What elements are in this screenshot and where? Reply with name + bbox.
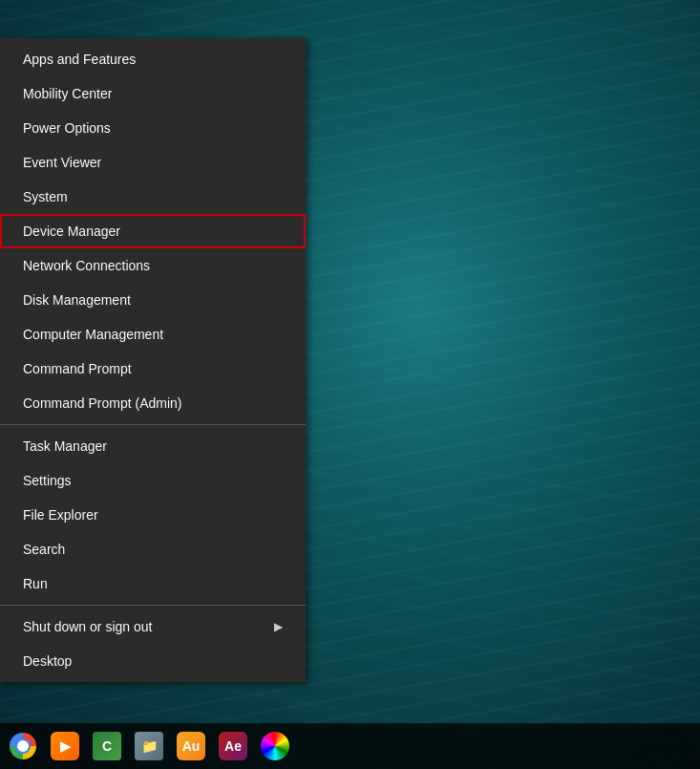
menu-item-system[interactable]: System	[0, 180, 306, 214]
after-effects-icon: Ae	[219, 732, 247, 760]
menu-item-label-run: Run	[23, 576, 48, 591]
menu-item-label-search: Search	[23, 542, 65, 557]
menu-item-label-command-prompt-admin: Command Prompt (Admin)	[23, 395, 182, 411]
premiere-rush-icon: ▶	[51, 732, 79, 760]
menu-item-label-settings: Settings	[23, 473, 72, 488]
menu-item-label-system: System	[23, 189, 68, 204]
chrome-icon	[10, 733, 36, 759]
menu-item-label-command-prompt: Command Prompt	[23, 361, 132, 376]
menu-item-label-power-options: Power Options	[23, 120, 111, 136]
menu-item-task-manager[interactable]: Task Manager	[0, 429, 306, 463]
paint-icon	[261, 732, 289, 760]
menu-item-device-manager[interactable]: Device Manager	[0, 214, 306, 248]
menu-divider	[0, 424, 306, 425]
menu-item-settings[interactable]: Settings	[0, 463, 306, 498]
taskbar-icon-audition[interactable]: Au	[172, 727, 210, 765]
menu-item-file-explorer[interactable]: File Explorer	[0, 498, 306, 532]
menu-item-power-options[interactable]: Power Options	[0, 111, 306, 145]
menu-item-apps-and-features[interactable]: Apps and Features	[0, 42, 306, 76]
menu-item-computer-management[interactable]: Computer Management	[0, 317, 306, 352]
taskbar: ▶C📁AuAe	[0, 723, 700, 769]
taskbar-icon-premiere-rush[interactable]: ▶	[46, 727, 84, 765]
menu-item-command-prompt-admin[interactable]: Command Prompt (Admin)	[0, 386, 306, 420]
menu-item-shut-down-sign-out[interactable]: Shut down or sign out▶	[0, 609, 306, 644]
menu-item-label-network-connections: Network Connections	[23, 258, 150, 273]
taskbar-icon-paint[interactable]	[256, 727, 294, 765]
taskbar-icon-camtasia[interactable]: C	[88, 727, 126, 765]
menu-item-label-task-manager: Task Manager	[23, 438, 107, 454]
menu-item-event-viewer[interactable]: Event Viewer	[0, 145, 306, 180]
menu-item-label-desktop: Desktop	[23, 653, 72, 669]
menu-item-run[interactable]: Run	[0, 566, 306, 601]
menu-item-label-disk-management: Disk Management	[23, 292, 131, 308]
taskbar-icon-after-effects[interactable]: Ae	[214, 727, 252, 765]
menu-item-label-shut-down-sign-out: Shut down or sign out	[23, 619, 152, 634]
menu-divider	[0, 605, 306, 606]
camtasia-icon: C	[93, 732, 121, 760]
menu-item-label-computer-management: Computer Management	[23, 327, 163, 342]
submenu-arrow-shut-down-sign-out: ▶	[274, 620, 283, 633]
menu-item-command-prompt[interactable]: Command Prompt	[0, 352, 306, 386]
menu-item-disk-management[interactable]: Disk Management	[0, 283, 306, 317]
file-explorer-icon: 📁	[135, 732, 163, 760]
menu-item-label-event-viewer: Event Viewer	[23, 155, 101, 170]
taskbar-icon-file-explorer[interactable]: 📁	[130, 727, 168, 765]
audition-icon: Au	[177, 732, 205, 760]
menu-item-search[interactable]: Search	[0, 532, 306, 566]
menu-item-label-mobility-center: Mobility Center	[23, 86, 112, 101]
menu-item-network-connections[interactable]: Network Connections	[0, 248, 306, 283]
menu-item-label-file-explorer: File Explorer	[23, 507, 98, 523]
taskbar-icon-chrome[interactable]	[4, 727, 42, 765]
menu-item-mobility-center[interactable]: Mobility Center	[0, 76, 306, 111]
menu-item-label-device-manager: Device Manager	[23, 224, 120, 239]
menu-item-desktop[interactable]: Desktop	[0, 644, 306, 678]
menu-item-label-apps-and-features: Apps and Features	[23, 52, 136, 67]
context-menu: Apps and FeaturesMobility CenterPower Op…	[0, 38, 306, 682]
